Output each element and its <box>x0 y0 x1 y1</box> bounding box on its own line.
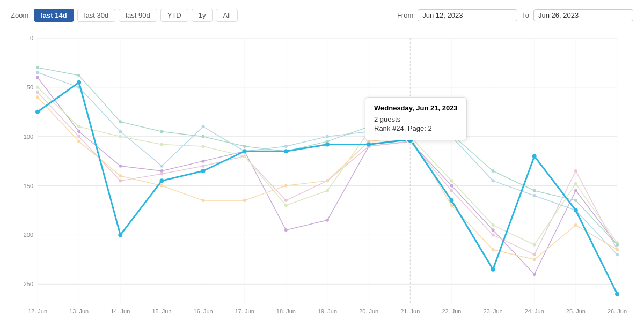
zoom-label: Zoom <box>11 11 28 19</box>
chart-canvas <box>11 27 633 331</box>
date-range: From To <box>397 9 633 21</box>
from-label: From <box>397 11 413 19</box>
zoom-btn-1y[interactable]: 1y <box>192 9 213 22</box>
zoom-btn-14d[interactable]: last 14d <box>34 9 74 22</box>
zoom-btn-ytd[interactable]: YTD <box>160 9 188 22</box>
from-date-input[interactable] <box>418 9 517 21</box>
zoom-btn-all[interactable]: All <box>216 9 237 22</box>
zoom-section: Zoom last 14d last 30d last 90d YTD 1y A… <box>11 9 238 22</box>
chart-area: Wednesday, Jun 21, 2023 2 guests Rank #2… <box>11 27 633 331</box>
to-label: To <box>522 11 529 19</box>
toolbar: Zoom last 14d last 30d last 90d YTD 1y A… <box>11 9 633 22</box>
zoom-btn-90d[interactable]: last 90d <box>119 9 157 22</box>
main-container: Zoom last 14d last 30d last 90d YTD 1y A… <box>0 0 644 336</box>
to-date-input[interactable] <box>533 9 633 21</box>
zoom-btn-30d[interactable]: last 30d <box>77 9 116 22</box>
